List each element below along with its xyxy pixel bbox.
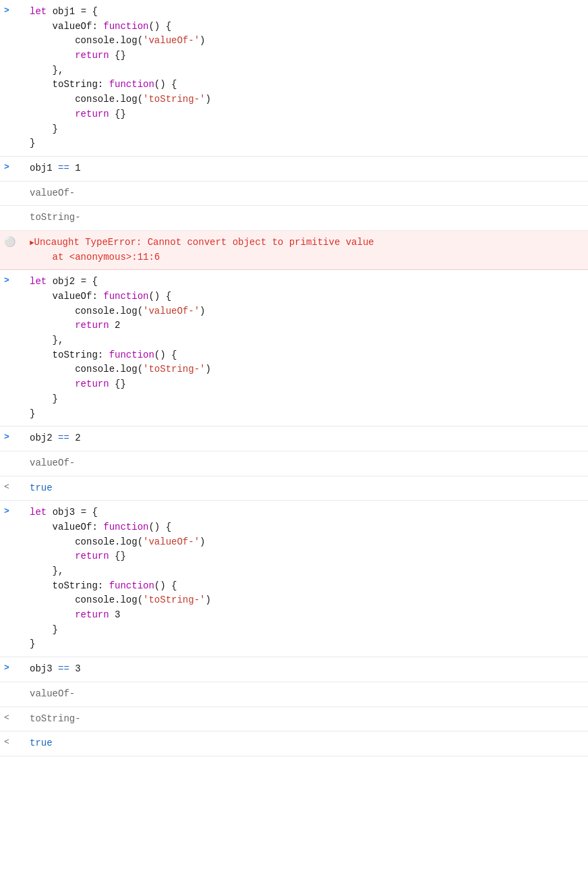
entry-obj1-eval: > obj1 == 1 <box>0 157 588 182</box>
result-true-2: true <box>27 734 583 753</box>
entry-valueof-2: valueOf- <box>0 451 588 476</box>
input-gutter: > <box>0 429 27 442</box>
input-gutter: > <box>0 503 27 516</box>
output-gutter <box>0 184 27 187</box>
code-obj3-eval: obj3 == 3 <box>27 660 583 679</box>
result-gutter: < <box>0 479 27 492</box>
code-block-obj1: let obj1 = { valueOf: function() { conso… <box>27 3 583 153</box>
prompt-arrow: > <box>4 432 9 442</box>
entry-tostring-3: < toString- <box>0 707 588 732</box>
output-valueof-3: valueOf- <box>27 685 583 704</box>
entry-obj3-eval: > obj3 == 3 <box>0 657 588 682</box>
entry-valueof-3: valueOf- <box>0 682 588 707</box>
result-true-1: true <box>27 479 583 498</box>
input-gutter: > <box>0 159 27 172</box>
output-gutter <box>0 454 27 457</box>
result-gutter: < <box>0 734 27 747</box>
prompt-arrow: > <box>4 663 9 673</box>
output-tostring-3: toString- <box>27 710 583 729</box>
entry-error-1: ⚪ ►Uncaught TypeError: Cannot convert ob… <box>0 231 588 270</box>
output-valueof-1: valueOf- <box>27 184 583 203</box>
prompt-arrow: > <box>4 506 9 516</box>
result-arrow: < <box>4 482 9 492</box>
code-block-obj2: let obj2 = { valueOf: function() { conso… <box>27 273 583 423</box>
output-gutter: < <box>0 710 27 723</box>
output-valueof-2: valueOf- <box>27 454 583 473</box>
entry-obj3-input: > let obj3 = { valueOf: function() { con… <box>0 501 588 657</box>
error-icon: ⚪ <box>4 236 16 248</box>
output-arrow: < <box>4 713 9 723</box>
entry-true-2: < true <box>0 731 588 756</box>
result-arrow: < <box>4 737 9 747</box>
input-gutter: > <box>0 660 27 673</box>
code-block-obj3: let obj3 = { valueOf: function() { conso… <box>27 503 583 654</box>
input-gutter: > <box>0 273 27 285</box>
prompt-arrow: > <box>4 5 9 16</box>
entry-tostring-1: toString- <box>0 206 588 231</box>
error-content: ►Uncaught TypeError: Cannot convert obje… <box>27 233 583 267</box>
prompt-arrow: > <box>4 162 9 172</box>
output-gutter <box>0 209 27 211</box>
error-gutter: ⚪ <box>0 233 27 248</box>
entry-true-1: < true <box>0 476 588 501</box>
entry-obj2-eval: > obj2 == 2 <box>0 426 588 451</box>
output-gutter <box>0 685 27 688</box>
console-panel: > let obj1 = { valueOf: function() { con… <box>0 0 588 756</box>
prompt-arrow: > <box>4 275 9 285</box>
entry-obj2-input: > let obj2 = { valueOf: function() { con… <box>0 270 588 426</box>
output-tostring-1: toString- <box>27 209 583 227</box>
entry-valueof-1: valueOf- <box>0 182 588 206</box>
code-obj1-eval: obj1 == 1 <box>27 159 583 178</box>
code-obj2-eval: obj2 == 2 <box>27 429 583 448</box>
entry-obj1-input: > let obj1 = { valueOf: function() { con… <box>0 0 588 157</box>
input-gutter: > <box>0 3 27 16</box>
